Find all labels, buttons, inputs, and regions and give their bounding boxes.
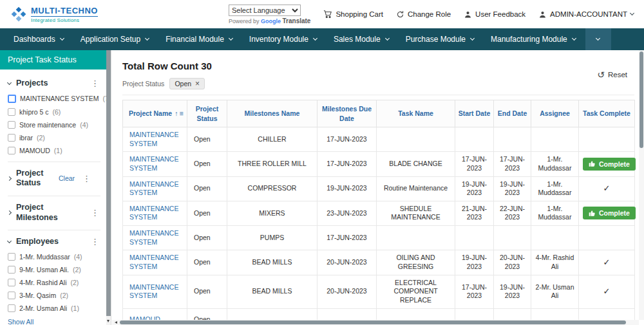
section-projects-header[interactable]: Projects ⋮: [8, 79, 100, 89]
employees-list: 1-Mr. Muddassar(4)9-Mr. Usman Ali.(2)4-M…: [8, 253, 100, 312]
clear-filter-link[interactable]: Clear: [59, 174, 75, 182]
kebab-menu-icon[interactable]: ⋮: [90, 79, 100, 88]
user-feedback-link[interactable]: User Feedback: [464, 10, 526, 19]
column-header-task-name[interactable]: Task Name: [377, 100, 455, 127]
filter-chip[interactable]: Open ×: [169, 78, 205, 89]
employee-filter-item-label: 3-Mr. Qasim: [19, 292, 56, 299]
horizontal-scrollbar-thumb[interactable]: [120, 320, 626, 324]
checkbox[interactable]: [8, 95, 16, 103]
sort-asc-icon[interactable]: ↑: [175, 109, 178, 117]
checkbox[interactable]: [8, 147, 15, 154]
cell-end-date: 22-JUN-2023: [494, 201, 531, 225]
employee-filter-item[interactable]: 3-Mr. Qasim(2): [8, 292, 100, 299]
vertical-scrollbar-thumb[interactable]: [639, 51, 643, 148]
employee-filter-item[interactable]: 9-Mr. Usman Ali.(2): [8, 266, 100, 274]
employee-filter-item-count: (2): [60, 292, 68, 299]
nav-more-tab[interactable]: [585, 28, 611, 50]
employee-filter-item[interactable]: 4-Mr. Rashid Ali(2): [8, 279, 100, 286]
user-menu[interactable]: ADMIN-ACCOUNTANT: [538, 10, 634, 19]
project-filter-item-label: MAINTENANCE SYSTEM: [20, 95, 99, 102]
change-role-link[interactable]: Change Role: [396, 10, 451, 19]
cell-task-name: [377, 127, 455, 152]
section-label: Project Status: [16, 169, 53, 189]
kebab-menu-icon[interactable]: ⋮: [90, 208, 100, 218]
task-table: Project Name↑≡ Project Status Milestones…: [122, 100, 635, 325]
sidebar-scrollbar[interactable]: [106, 50, 111, 325]
cell-milestones-name: BEAD MILLS: [227, 275, 317, 308]
language-select[interactable]: Select Language: [229, 5, 301, 16]
project-filter-item[interactable]: Store maintenance(4): [8, 121, 100, 129]
scroll-down-arrow-icon[interactable]: [107, 320, 109, 322]
checkbox[interactable]: [8, 279, 15, 286]
column-header-milestones-due-date[interactable]: Milestones Due Date: [317, 100, 377, 127]
checkmark-icon: ✓: [603, 286, 611, 296]
shopping-cart-link[interactable]: Shopping Cart: [323, 10, 383, 19]
checkbox[interactable]: [8, 121, 15, 129]
project-name-link[interactable]: MAINTENANCE SYSTEM: [129, 283, 178, 300]
reset-icon: ↺: [597, 70, 605, 80]
checkbox[interactable]: [8, 253, 15, 261]
column-header-project-name[interactable]: Project Name↑≡: [123, 100, 187, 127]
project-name-link[interactable]: MAINTENANCE SYSTEM: [129, 180, 178, 197]
project-filter-item[interactable]: ibrar(2): [8, 134, 100, 142]
kebab-menu-icon[interactable]: ⋮: [81, 174, 92, 183]
column-header-end-date[interactable]: End Date: [494, 100, 531, 127]
cell-project-name: MAINTENANCE SYSTEM: [123, 176, 187, 201]
section-project-milestones-header[interactable]: Project Milestones ⋮: [8, 203, 100, 223]
project-name-link[interactable]: MAINTENANCE SYSTEM: [129, 155, 178, 172]
employee-filter-item-label: 9-Mr. Usman Ali.: [19, 266, 69, 274]
column-header-task-complete[interactable]: Task Complete: [579, 100, 635, 127]
project-filter-item-label: Store maintenance: [19, 121, 76, 129]
checkbox[interactable]: [8, 266, 15, 274]
show-all-link[interactable]: Show All: [8, 318, 33, 325]
cell-project-name: MAINTENANCE SYSTEM: [123, 275, 187, 308]
column-header-milestones-name[interactable]: Milestones Name: [227, 100, 317, 127]
nav-item-purchase-module[interactable]: Purchase Module: [397, 28, 482, 50]
nav-item-label: Manufacturing Module: [491, 35, 567, 44]
project-name-link[interactable]: MAINTENANCE SYSTEM: [129, 131, 178, 147]
employee-filter-item[interactable]: 2-Mr. Usman Ali(1): [8, 304, 100, 312]
column-header-project-status[interactable]: Project Status: [187, 100, 227, 127]
chevron-down-icon: [596, 36, 600, 41]
checkbox[interactable]: [8, 292, 15, 299]
nav-item-dashboards[interactable]: Dashboards: [5, 28, 72, 50]
column-menu-icon[interactable]: ≡: [179, 109, 183, 117]
checkbox[interactable]: [8, 108, 15, 116]
section-employees-header[interactable]: Employees ⋮: [8, 237, 100, 247]
close-icon[interactable]: ×: [195, 80, 200, 88]
complete-button-label: Complete: [599, 209, 630, 217]
total-row-count: Total Row Count 30: [122, 60, 634, 71]
nav-item-manufacturing-module[interactable]: Manufacturing Module: [482, 28, 584, 50]
project-filter-item[interactable]: khipro 5 c(6): [8, 108, 100, 116]
checkbox[interactable]: [8, 304, 15, 312]
nav-item-inventory-module[interactable]: Inventory Module: [241, 28, 325, 50]
horizontal-scrollbar[interactable]: [112, 320, 639, 325]
project-name-link[interactable]: MAINTENANCE SYSTEM: [129, 229, 178, 246]
powered-by-google-translate: Powered by Google Translate: [229, 17, 310, 24]
scroll-left-arrow-icon[interactable]: [115, 321, 117, 324]
complete-button[interactable]: Complete: [583, 207, 636, 219]
thumbs-up-icon: [589, 210, 596, 217]
employee-filter-item[interactable]: 1-Mr. Muddassar(4): [8, 253, 100, 261]
cell-milestones-due-date: 20-JUN-2023: [317, 250, 377, 275]
project-filter-item[interactable]: MAINTENANCE SYSTEM(7): [8, 95, 100, 103]
shopping-cart-label: Shopping Cart: [336, 10, 383, 18]
column-header-start-date[interactable]: Start Date: [455, 100, 494, 127]
project-name-link[interactable]: MAINTENANCE SYSTEM: [129, 205, 178, 221]
sidebar-scrollbar-thumb[interactable]: [106, 50, 111, 316]
project-filter-item[interactable]: MAMOUD(1): [8, 147, 100, 154]
project-name-link[interactable]: MAINTENANCE SYSTEM: [129, 254, 178, 270]
nav-item-application-setup[interactable]: Application Setup: [72, 28, 157, 50]
complete-button[interactable]: Complete: [583, 158, 636, 171]
column-header-assignee[interactable]: Assignee: [531, 100, 579, 127]
section-project-status-header[interactable]: Project Status Clear ⋮: [8, 169, 100, 189]
nav-item-financial-module[interactable]: Financial Module: [157, 28, 241, 50]
kebab-menu-icon[interactable]: ⋮: [90, 237, 100, 246]
cell-milestones-due-date: 17-JUN-2023: [317, 226, 377, 250]
vertical-scrollbar[interactable]: [639, 50, 644, 320]
google-brand-label: Google: [261, 18, 281, 24]
nav-item-sales-module[interactable]: Sales Module: [325, 28, 397, 50]
reset-button[interactable]: ↺ Reset: [597, 70, 627, 80]
table-row: MAINTENANCE SYSTEMOpenTHREE ROLLER MILL1…: [123, 152, 635, 176]
checkbox[interactable]: [8, 134, 15, 142]
